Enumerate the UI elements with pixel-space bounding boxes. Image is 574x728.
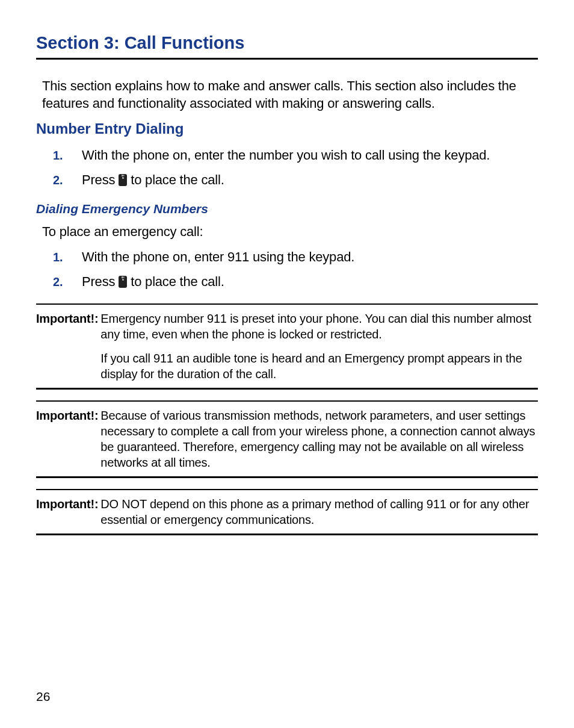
send-key-icon xyxy=(119,174,127,186)
list-item: 2. Press to place the call. xyxy=(53,271,538,292)
important-label: Important!: xyxy=(36,408,100,470)
important-paragraph: If you call 911 an audible tone is heard… xyxy=(100,350,538,382)
steps-number-entry: 1. With the phone on, enter the number y… xyxy=(53,145,538,190)
important-note-3: Important!: DO NOT depend on this phone … xyxy=(36,489,538,535)
important-body: Because of various transmission methods,… xyxy=(100,408,538,470)
important-note-1: Important!: Emergency number 911 is pres… xyxy=(36,303,538,390)
steps-emergency: 1. With the phone on, enter 911 using th… xyxy=(53,246,538,292)
step-number: 1. xyxy=(53,247,82,267)
step-text-after: to place the call. xyxy=(131,169,224,190)
section-title: Section 3: Call Functions xyxy=(36,33,538,60)
important-body: Emergency number 911 is preset into your… xyxy=(100,311,538,382)
step-number: 2. xyxy=(53,170,82,190)
emergency-intro-text: To place an emergency call: xyxy=(42,223,538,241)
important-label: Important!: xyxy=(36,496,100,527)
section-intro: This section explains how to make and an… xyxy=(42,78,538,112)
send-key-icon xyxy=(119,276,127,288)
important-label: Important!: xyxy=(36,311,100,382)
important-note-2: Important!: Because of various transmiss… xyxy=(36,400,538,478)
step-text: With the phone on, enter 911 using the k… xyxy=(82,246,354,267)
heading-dialing-emergency: Dialing Emergency Numbers xyxy=(36,202,538,216)
page-number: 26 xyxy=(36,689,50,704)
important-body: DO NOT depend on this phone as a primary… xyxy=(100,496,538,527)
list-item: 1. With the phone on, enter the number y… xyxy=(53,145,538,166)
step-number: 2. xyxy=(53,272,82,291)
list-item: 2. Press to place the call. xyxy=(53,169,538,190)
important-paragraph: DO NOT depend on this phone as a primary… xyxy=(100,496,538,527)
step-text-before: Press xyxy=(82,271,115,292)
step-text-after: to place the call. xyxy=(131,271,224,292)
step-text: With the phone on, enter the number you … xyxy=(82,145,490,166)
heading-number-entry-dialing: Number Entry Dialing xyxy=(36,120,538,137)
important-paragraph: Because of various transmission methods,… xyxy=(100,408,538,470)
important-paragraph: Emergency number 911 is preset into your… xyxy=(100,311,538,342)
step-text-before: Press xyxy=(82,169,115,190)
step-number: 1. xyxy=(53,146,82,165)
list-item: 1. With the phone on, enter 911 using th… xyxy=(53,246,538,267)
